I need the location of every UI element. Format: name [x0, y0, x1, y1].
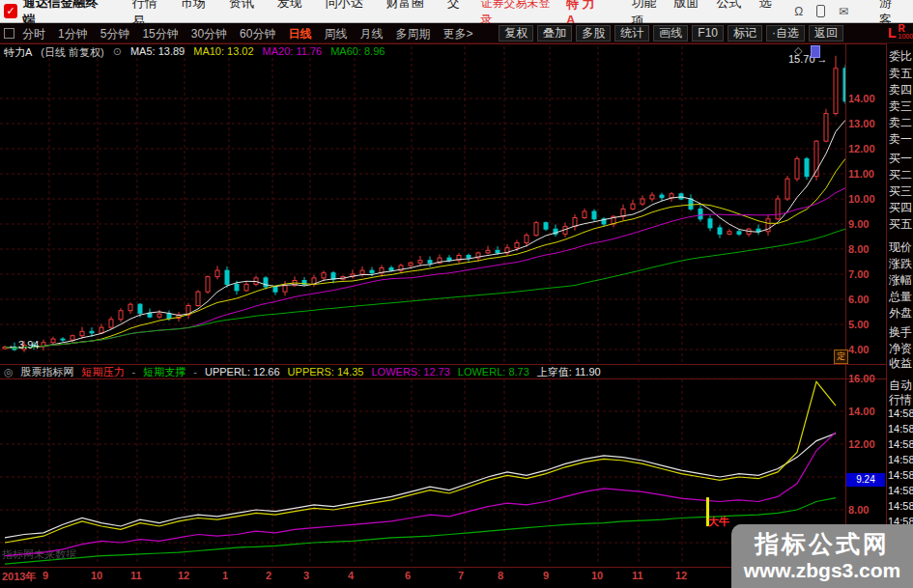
sidebar-label[interactable]: 涨幅 — [889, 272, 912, 289]
time-tick: 10 — [91, 570, 102, 581]
toolbar-button[interactable]: 叠加 — [537, 25, 572, 42]
time-tick: 2 — [266, 570, 271, 581]
menubar-item[interactable]: 功能 — [631, 0, 656, 10]
period-tab[interactable]: 5分钟 — [100, 27, 130, 41]
period-toolbar: 分时1分钟5分钟15分钟30分钟60分钟日线周线月线多周期更多> 复权叠加多股统… — [0, 23, 913, 43]
menubar-item[interactable]: 财富圈 — [386, 0, 424, 10]
indicator-header: ◎股票指标网短期压力-短期支撑-UPPERL: 12.66UPPERS: 14.… — [4, 366, 601, 378]
sidebar-time: 14:58 — [888, 423, 913, 434]
menubar-item[interactable]: 行情 — [132, 0, 157, 10]
time-tick: 10 — [591, 570, 603, 581]
toolbar-button[interactable]: 画线 — [653, 25, 688, 42]
toolbar-button[interactable]: F10 — [692, 25, 724, 42]
time-tick: 2013年 — [2, 570, 36, 584]
period-tab[interactable]: 分时 — [22, 27, 45, 41]
candlestick-layer — [3, 56, 845, 352]
menubar-item[interactable]: 市场 — [181, 0, 206, 10]
site-watermark: 指标公式网 www.zbgs3.com — [731, 524, 913, 588]
headset-icon[interactable]: Ω — [794, 5, 803, 18]
indicator-tick: 12.00 — [848, 438, 887, 450]
period-tab[interactable]: 月线 — [359, 27, 383, 41]
price-tick: 9.00 — [848, 218, 887, 230]
watermark-url: www.zbgs3.com — [744, 558, 901, 583]
main-chart-title: 特力A(日线 前复权)⊙MA5: 13.89MA10: 13.02MA20: 1… — [4, 45, 385, 60]
sidebar-label[interactable]: 卖一 — [889, 131, 912, 148]
sidebar-time: 14:58 — [888, 454, 913, 465]
toolbar-button[interactable]: 复权 — [499, 25, 533, 42]
marker-badge[interactable]: 定 — [834, 350, 848, 364]
indicator-lines-layer — [5, 381, 836, 564]
sidebar-label[interactable]: 卖五 — [889, 66, 912, 82]
menubar-item[interactable]: 问小达 — [326, 0, 363, 10]
sidebar-label[interactable]: 卖四 — [889, 82, 912, 98]
mail-icon[interactable]: ✉ — [839, 5, 848, 18]
grid-layer — [0, 46, 844, 565]
sidebar-label[interactable]: 总量 — [889, 289, 912, 305]
time-tick: 4 — [348, 570, 354, 581]
indicator-segment: UPPERS: 14.35 — [288, 366, 364, 378]
sidebar-label[interactable]: 卖三 — [889, 98, 912, 115]
menubar-item[interactable]: 发现 — [277, 0, 302, 10]
sidebar-label[interactable]: 买五 — [889, 216, 912, 233]
signal-label: 大牛 — [708, 515, 729, 529]
sidebar-time: 14:58 — [888, 438, 913, 450]
price-tick: 5.00 — [848, 319, 887, 330]
sidebar-label[interactable]: 卖二 — [889, 115, 912, 131]
sidebar-time: 14:58 — [888, 407, 913, 419]
sidebar-label[interactable]: 涨跌 — [889, 256, 912, 272]
chart-canvas[interactable] — [0, 43, 845, 568]
window-icon[interactable] — [4, 28, 14, 39]
toolbar-button[interactable]: ·自选 — [766, 25, 805, 42]
period-tab[interactable]: 60分钟 — [240, 27, 275, 41]
period-tab[interactable]: 1分钟 — [58, 27, 88, 41]
indicator-segment: 股票指标网 — [21, 366, 74, 378]
menubar-item[interactable]: 版面 — [673, 0, 699, 10]
title-segment: MA60: 8.96 — [330, 45, 385, 60]
price-tick: 10.00 — [848, 193, 887, 205]
time-tick: 11 — [632, 570, 643, 581]
current-value-box: 9.24 — [846, 473, 885, 487]
toolbar-button[interactable]: 统计 — [614, 25, 649, 42]
l-badge: L — [888, 25, 897, 41]
sidebar-label[interactable]: 行情 — [889, 392, 912, 408]
indicator-segment: UPPERL: 12.66 — [205, 366, 280, 378]
phone-icon[interactable] — [816, 5, 825, 17]
toolbar-button[interactable]: 多股 — [576, 25, 611, 42]
low-price-marker: ←3.94 — [8, 339, 39, 350]
sidebar-label[interactable]: 买一 — [889, 151, 912, 167]
menubar-item[interactable]: 资讯 — [229, 0, 254, 10]
toolbar-buttons: 复权叠加多股统计画线F10标记·自选返回 — [495, 25, 843, 42]
sidebar-label[interactable]: 外盘 — [889, 305, 912, 322]
period-tab[interactable]: 周线 — [324, 27, 347, 41]
level2-lr-badge[interactable]: L R 1000 — [888, 25, 913, 41]
sidebar-label[interactable]: 收益 — [889, 355, 912, 372]
sidebar-label[interactable]: 换手 — [889, 324, 912, 341]
period-tabs: 分时1分钟5分钟15分钟30分钟60分钟日线周线月线多周期更多> — [22, 24, 485, 42]
sidebar-label[interactable]: 买三 — [889, 183, 912, 200]
menubar-item[interactable]: 公式 — [716, 0, 741, 10]
flag-icon[interactable] — [811, 45, 820, 58]
indicator-segment: 短期压力 — [82, 366, 125, 378]
period-tab[interactable]: 日线 — [288, 27, 311, 41]
period-tab[interactable]: 多周期 — [395, 27, 430, 41]
price-tick: 6.00 — [848, 294, 887, 305]
period-tab[interactable]: 30分钟 — [191, 27, 227, 41]
indicator-segment: 上穿值: 11.90 — [537, 366, 601, 378]
period-tab[interactable]: 15分钟 — [142, 27, 178, 41]
sidebar-label[interactable]: 买二 — [889, 167, 912, 183]
app-logo-icon: ✓ — [4, 4, 17, 18]
sidebar-label[interactable]: 现价 — [889, 239, 912, 256]
sidebar-time: 14:58 — [888, 500, 913, 512]
toolbar-button[interactable]: 返回 — [809, 25, 843, 42]
price-tick: 8.00 — [848, 243, 887, 255]
toolbar-button[interactable]: 标记 — [728, 25, 762, 42]
period-tab[interactable]: 更多> — [442, 27, 472, 41]
price-tick: 7.00 — [848, 268, 887, 280]
tdx-terminal-window: ✓ 通达信金融终端 行情市场资讯发现问小达财富圈交易 证券交易未登录 特 力A … — [0, 0, 913, 588]
frame-line — [845, 43, 846, 568]
sidebar-label[interactable]: 买四 — [889, 200, 912, 216]
time-tick: 11 — [130, 570, 142, 581]
sidebar-label[interactable]: 委比 — [889, 48, 912, 65]
time-tick: 9 — [543, 570, 549, 581]
time-tick: 3 — [303, 570, 309, 581]
